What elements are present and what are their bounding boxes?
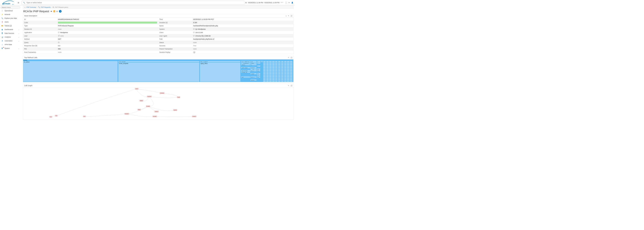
flame-block[interactable] [266,74,269,76]
flame-block[interactable] [278,71,280,73]
graph-node[interactable]: main [135,88,138,89]
info-icon[interactable]: ⓘ [58,35,60,37]
flame-block[interactable] [263,65,266,67]
flame-block[interactable] [284,70,286,71]
flame-block[interactable] [284,67,286,68]
sidebar-item-dashboards[interactable]: ▦Dashboards⌄ [0,28,20,31]
flame-block[interactable] [263,67,266,68]
refresh-icon[interactable]: ⟳ [288,2,290,4]
flame-block[interactable] [281,62,284,64]
flame-block[interactable] [287,80,290,82]
flame-block[interactable] [290,80,292,82]
sidebar-item-wizards[interactable]: ✨Wizards [0,13,20,16]
sidebar-item-operational[interactable]: ⛬Operational [0,9,20,13]
sidebar-item-data-sources[interactable]: 🗄Data Sources⌄ [0,31,20,35]
flame-block[interactable] [275,67,278,68]
flame-block[interactable] [266,70,269,71]
flamegraph[interactable]: main()do_actionget_headerlocate_template… [23,59,294,82]
flame-block[interactable] [287,70,290,71]
flame-block[interactable] [281,71,284,73]
flame-block[interactable] [269,62,272,64]
flame-block[interactable] [290,77,292,79]
flame-block[interactable] [284,73,286,74]
flame-block[interactable]: q… [250,64,256,65]
flame-block[interactable] [284,74,286,76]
graph-node[interactable]: wp [55,115,58,117]
menu-toggle-icon[interactable]: ≡ [16,1,21,4]
flame-block[interactable] [290,61,292,62]
flame-block[interactable] [269,68,272,70]
flame-block[interactable] [266,79,269,80]
flame-block[interactable] [275,73,278,74]
play-icon[interactable]: ▶ [193,51,196,53]
info-icon[interactable]: ⓘ [58,31,60,34]
flame-block[interactable] [263,80,266,82]
flame-block[interactable]: wp-i… [257,68,260,70]
call-graph[interactable]: main include require apply locate filter… [23,87,294,120]
flame-block[interactable] [266,62,269,64]
flame-block[interactable] [275,62,278,64]
flame-block[interactable] [278,65,280,67]
flame-block[interactable] [284,71,286,73]
flame-block[interactable]: evf [241,76,250,78]
flame-block[interactable] [281,70,284,71]
flame-block[interactable] [275,80,278,82]
flame-block[interactable]: locate_template [118,62,199,82]
global-search-input[interactable] [26,2,243,4]
expand-icon[interactable]: ⬜ [290,15,292,17]
flame-block[interactable] [290,71,292,73]
download-icon[interactable]: ⤓ [286,15,287,17]
flame-block[interactable]: do_action [23,61,118,82]
sidebar-item-analytics[interactable]: 📊Analytics⌄ [0,35,20,39]
info-icon[interactable]: ⓘ [193,28,195,30]
flame-block[interactable] [272,76,274,77]
flame-block[interactable] [290,68,292,70]
graph-node[interactable]: output [192,116,196,117]
flame-block[interactable] [272,62,274,64]
flame-block[interactable] [266,73,269,74]
sidebar-item-explore-your-data[interactable]: 🔍Explore your data [0,16,20,20]
flame-block[interactable] [290,62,292,64]
flame-block[interactable] [287,76,290,77]
flame-block[interactable] [278,61,280,62]
graph-node[interactable]: require [147,96,152,97]
flame-block[interactable] [263,79,266,80]
flame-block[interactable] [287,62,290,64]
flame-block[interactable]: __con… [250,68,256,70]
flame-block[interactable] [281,80,284,82]
flame-block[interactable] [284,79,286,80]
flame-block[interactable] [287,61,290,62]
flame-block[interactable] [272,74,274,76]
flame-block[interactable] [263,73,266,74]
flame-block[interactable] [263,68,266,70]
info-icon[interactable]: ⓘ [193,31,195,34]
flame-block[interactable]: getLoader [241,67,250,68]
flame-block[interactable] [275,68,278,70]
graph-node[interactable]: init [83,116,86,117]
flame-block[interactable] [284,61,286,62]
date-range-picker[interactable]: 🗓 03/25/2021 11:48 PM - 03/25/2021 11:58… [245,2,284,4]
flame-block[interactable] [281,73,284,74]
breadcrumb-item[interactable]: PHP Requests [41,7,50,8]
flame-block[interactable]: require_w… [250,67,256,68]
flame-block[interactable] [266,68,269,70]
info-icon[interactable]: ⓘ [193,35,195,37]
flame-block[interactable] [269,77,272,79]
flame-block[interactable] [284,64,286,65]
flame-block[interactable] [263,61,266,62]
flame-block[interactable] [284,65,286,67]
logo[interactable]: germainAPM [0,1,16,5]
fullscreen-icon[interactable]: ⛶ [286,2,287,4]
add-button[interactable]: + [59,10,62,13]
flame-block[interactable] [266,71,269,73]
flame-block[interactable]: inst… [257,65,260,67]
flame-block[interactable] [269,65,272,67]
flame-block[interactable] [281,68,284,70]
flame-block[interactable] [278,64,280,65]
flame-block[interactable] [284,77,286,79]
graph-node[interactable]: query [173,109,177,111]
flame-block[interactable]: __construct [241,62,250,64]
flame-block[interactable] [278,74,280,76]
sidebar-item-tickets-2-[interactable]: 🎫Tickets (2) [0,24,20,28]
flame-block[interactable] [281,77,284,79]
